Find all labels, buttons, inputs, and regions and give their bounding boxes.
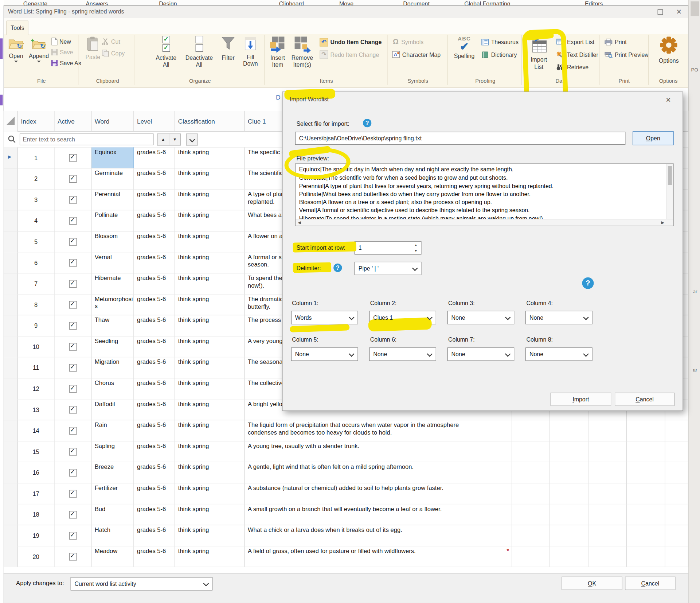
active-checkbox[interactable]: ✓ (69, 301, 77, 308)
scroll-right-icon[interactable]: ▶ (661, 220, 664, 225)
column-dropdown-4[interactable]: None (525, 311, 593, 324)
active-checkbox[interactable]: ✓ (69, 196, 77, 203)
active-checkbox[interactable]: ✓ (69, 385, 77, 392)
cell-word[interactable]: Hatch (91, 525, 134, 546)
column-dropdown-1[interactable]: Words (291, 311, 358, 324)
table-row[interactable]: 18✓Budgrades 5-6think springA small grow… (4, 504, 688, 525)
active-checkbox[interactable]: ✓ (69, 343, 77, 350)
preview-horizontal-scrollbar[interactable]: ◀ ▶ (296, 219, 673, 225)
search-prev-button[interactable]: ▲ (157, 133, 169, 145)
dialog-open-button[interactable]: Open (633, 131, 674, 145)
print-button[interactable]: Print (605, 38, 627, 47)
cell-word[interactable]: Perennial (91, 189, 134, 210)
deactivate-all-button[interactable]: Deactivate All (184, 36, 214, 73)
cell-word[interactable]: Fertilizer (91, 483, 134, 504)
apply-changes-dropdown[interactable]: Current word list activity (71, 577, 213, 591)
cell-word[interactable]: Breeze (91, 462, 134, 483)
scroll-left-icon[interactable]: ◀ (298, 220, 301, 225)
column-header-index[interactable]: Index (18, 111, 54, 132)
active-checkbox[interactable]: ✓ (69, 532, 77, 540)
active-checkbox[interactable]: ✓ (69, 154, 77, 162)
column-header-active[interactable]: Active (54, 111, 91, 132)
thesaurus-button[interactable]: Thesaurus (481, 38, 519, 47)
active-checkbox[interactable]: ✓ (69, 217, 77, 225)
cell-word[interactable]: Chorus (91, 378, 134, 399)
print-preview-button[interactable]: Print Preview (605, 50, 649, 59)
active-checkbox[interactable]: ✓ (69, 406, 77, 413)
active-checkbox[interactable]: ✓ (69, 280, 77, 288)
dialog-cancel-button[interactable]: Cancel (615, 393, 674, 406)
file-path-input[interactable] (295, 132, 626, 145)
column-header-classification[interactable]: Classification (175, 111, 245, 132)
help-icon[interactable]: ? (363, 119, 371, 127)
table-row[interactable]: 19✓Hatchgrades 5-6think springWhat a chi… (4, 525, 688, 546)
active-checkbox[interactable]: ✓ (69, 238, 77, 245)
options-button[interactable]: Options (655, 35, 682, 71)
filter-button[interactable]: Filter (218, 36, 238, 73)
column-header-level[interactable]: Level (134, 111, 175, 132)
activate-all-button[interactable]: ✓ ✓ Activate All (153, 36, 179, 73)
open-button[interactable]: ↻ Open (6, 36, 26, 71)
active-checkbox[interactable]: ✓ (69, 490, 77, 497)
new-button[interactable]: New (51, 37, 71, 46)
cell-word[interactable]: Rain (91, 420, 134, 441)
column-header-word[interactable]: Word (91, 111, 134, 132)
active-checkbox[interactable]: ✓ (69, 175, 77, 183)
cell-word[interactable]: Migration (91, 357, 134, 378)
dictionary-button[interactable]: Dictionary (481, 50, 517, 59)
column-dropdown-3[interactable]: None (447, 311, 515, 324)
select-all-triangle-icon[interactable] (4, 111, 18, 132)
cell-word[interactable]: Meadow (91, 546, 134, 567)
spinner-up-icon[interactable]: ▲ (414, 244, 417, 247)
cell-word[interactable]: Germinate (91, 168, 134, 189)
cell-word[interactable]: Bud (91, 504, 134, 525)
table-row[interactable]: 20✓Meadowgrades 5-6think springA field o… (4, 546, 688, 567)
search-options-dropdown[interactable] (186, 133, 198, 145)
column-dropdown-5[interactable]: None (291, 347, 358, 361)
preview-vertical-scrollbar[interactable] (666, 164, 673, 219)
file-preview-box[interactable]: Equinox|The specific day in March when d… (295, 163, 674, 226)
cell-word[interactable]: Thaw (91, 315, 134, 336)
cell-word[interactable]: Metamorphosis (91, 294, 134, 315)
cell-word[interactable]: Vernal (91, 252, 134, 273)
table-row[interactable]: 15✓Saplinggrades 5-6think springA young … (4, 441, 688, 462)
fill-down-button[interactable]: Fill Down (242, 36, 259, 73)
active-checkbox[interactable]: ✓ (69, 511, 77, 518)
append-button[interactable]: + ↻ Append (28, 36, 50, 71)
column-dropdown-7[interactable]: None (447, 347, 515, 361)
spelling-button[interactable]: ABC ✔ Spelling (451, 36, 478, 73)
active-checkbox[interactable]: ✓ (69, 553, 77, 560)
table-row[interactable]: 16✓Breezegrades 5-6think springA gentle,… (4, 462, 688, 483)
cell-word[interactable]: Sapling (91, 441, 134, 462)
delimiter-dropdown[interactable]: Pipe ' | ' (355, 262, 422, 275)
cell-word[interactable]: Equinox (91, 147, 134, 168)
help-icon[interactable]: ? (333, 264, 342, 272)
insert-item-button[interactable]: Insert Item (267, 36, 289, 73)
active-checkbox[interactable]: ✓ (69, 469, 77, 476)
dialog-close-button[interactable]: × (661, 94, 675, 105)
close-button[interactable]: × (672, 6, 687, 17)
cell-word[interactable]: Pollinate (91, 210, 134, 231)
cell-word[interactable]: Blossom (91, 232, 134, 252)
tab-tools[interactable]: Tools (6, 20, 28, 35)
active-checkbox[interactable]: ✓ (69, 259, 77, 267)
spinner-down-icon[interactable]: ▼ (414, 249, 417, 253)
undo-item-change-button[interactable]: ↶ Undo Item Change (320, 38, 382, 47)
active-checkbox[interactable]: ✓ (69, 322, 77, 330)
save-as-button[interactable]: Save As (51, 58, 81, 67)
big-help-icon[interactable]: ? (582, 277, 594, 289)
cell-word[interactable]: Seedling (91, 336, 134, 357)
active-checkbox[interactable]: ✓ (69, 427, 77, 435)
maximize-button[interactable] (653, 7, 668, 17)
character-map-button[interactable]: A Character Map (392, 50, 441, 59)
active-checkbox[interactable]: ✓ (69, 364, 77, 371)
table-row[interactable]: 14✓Raingrades 5-6think springThe liquid … (4, 420, 688, 441)
footer-cancel-button[interactable]: Cancel (625, 577, 675, 590)
search-next-button[interactable]: ▼ (169, 133, 181, 145)
start-row-spinner[interactable]: 1 ▲ ▼ (355, 241, 422, 255)
column-dropdown-6[interactable]: None (369, 347, 436, 361)
cell-word[interactable]: Hibernate (91, 273, 134, 294)
ok-button[interactable]: OK (562, 577, 622, 590)
scrollbar-thumb[interactable] (668, 166, 672, 185)
table-row[interactable]: 17✓Fertilizergrades 5-6think springA sub… (4, 483, 688, 505)
